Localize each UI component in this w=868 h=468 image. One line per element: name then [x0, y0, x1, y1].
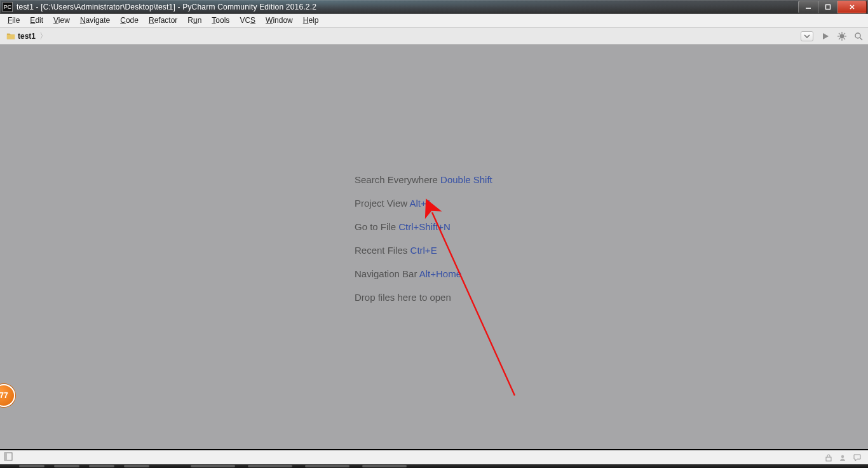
editor-hint-shortcut: Alt+1 — [409, 198, 431, 209]
svg-rect-18 — [826, 457, 831, 461]
search-icon — [854, 32, 863, 41]
window-title: test1 - [C:\Users\Administrator\Desktop\… — [17, 3, 799, 11]
bug-icon — [837, 32, 846, 41]
close-button[interactable] — [837, 1, 867, 13]
menu-item-6[interactable]: Run — [182, 15, 207, 27]
svg-line-12 — [844, 38, 845, 39]
layout-icon — [4, 452, 13, 461]
tool-windows-quick-access[interactable] — [0, 452, 17, 464]
pycharm-app-icon: PC — [3, 2, 13, 12]
run-config-dropdown[interactable] — [801, 31, 813, 41]
menu-item-10[interactable]: Help — [298, 15, 324, 27]
breadcrumb-project[interactable]: test1 〉 — [0, 28, 50, 44]
editor-empty-hints: Search Everywhere Double ShiftProject Vi… — [355, 175, 492, 316]
menu-item-9[interactable]: Window — [261, 15, 298, 27]
ide-notifications[interactable] — [839, 454, 846, 462]
editor-hint-label: Search Everywhere — [355, 174, 440, 185]
main-menu-bar: FileEditViewNavigateCodeRefactorRunTools… — [0, 14, 868, 28]
debug-button[interactable] — [837, 32, 846, 41]
svg-line-9 — [839, 33, 840, 34]
editor-hint-row: Go to File Ctrl+Shift+N — [355, 222, 492, 231]
menu-item-8[interactable]: VCS — [234, 15, 261, 27]
editor-hint-row: Recent Files Ctrl+E — [355, 245, 492, 255]
person-silhouette-icon — [839, 454, 846, 462]
minimize-button[interactable] — [798, 1, 818, 13]
editor-hint-shortcut: Ctrl+Shift+N — [398, 221, 451, 232]
speech-bubble-icon — [853, 453, 862, 462]
svg-point-4 — [840, 34, 844, 38]
menu-item-2[interactable]: View — [48, 15, 75, 27]
svg-point-13 — [855, 33, 860, 38]
editor-hint-row: Search Everywhere Double Shift — [355, 175, 492, 184]
menu-item-1[interactable]: Edit — [25, 15, 48, 27]
editor-hint-shortcut: Alt+Home — [419, 268, 461, 279]
toolbar-right — [801, 31, 868, 41]
editor-hint-shortcut: Double Shift — [440, 174, 492, 185]
search-button[interactable] — [854, 32, 863, 41]
event-log[interactable] — [853, 453, 862, 462]
run-button[interactable] — [821, 32, 830, 41]
editor-hint-label: Navigation Bar — [355, 268, 419, 279]
editor-hint-row: Navigation Bar Alt+Home — [355, 269, 492, 279]
play-icon — [821, 32, 830, 41]
status-bar — [0, 450, 868, 464]
svg-rect-17 — [4, 453, 7, 460]
breadcrumb-project-label: test1 — [18, 32, 36, 41]
editor-hint-label: Drop files here to open — [355, 292, 451, 303]
menu-item-7[interactable]: Tools — [207, 15, 234, 27]
editor-area-empty[interactable]: Search Everywhere Double ShiftProject Vi… — [0, 45, 868, 449]
lock-icon — [825, 454, 832, 462]
menu-item-0[interactable]: File — [3, 15, 25, 27]
svg-rect-1 — [826, 5, 831, 10]
inspections-indicator[interactable] — [825, 454, 832, 462]
navigation-bar: test1 〉 — [0, 28, 868, 45]
maximize-button[interactable] — [818, 1, 838, 13]
folder-icon — [6, 32, 15, 41]
svg-line-10 — [844, 33, 845, 34]
svg-line-14 — [860, 38, 862, 40]
editor-hint-label: Recent Files — [355, 245, 410, 256]
os-taskbar-partial — [0, 464, 868, 468]
editor-hint-row: Project View Alt+1 — [355, 198, 492, 208]
window-titlebar: PC test1 - [C:\Users\Administrator\Deskt… — [0, 0, 868, 14]
menu-item-3[interactable]: Navigate — [75, 15, 115, 27]
editor-hint-row: Drop files here to open — [355, 292, 492, 302]
editor-hint-label: Go to File — [355, 221, 398, 232]
editor-hint-shortcut: Ctrl+E — [410, 245, 437, 256]
menu-item-4[interactable]: Code — [115, 15, 144, 27]
window-controls — [799, 1, 867, 13]
menu-item-5[interactable]: Refactor — [144, 15, 182, 27]
editor-hint-label: Project View — [355, 198, 409, 209]
svg-line-11 — [839, 38, 840, 39]
svg-point-19 — [841, 455, 844, 457]
chevron-right-icon: 〉 — [39, 31, 48, 42]
